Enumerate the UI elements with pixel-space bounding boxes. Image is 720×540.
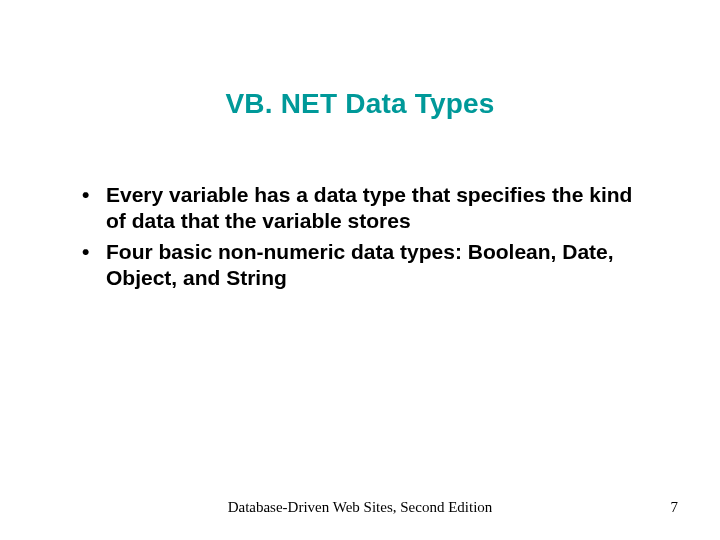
bullet-list: Every variable has a data type that spec… xyxy=(78,182,658,291)
slide: VB. NET Data Types Every variable has a … xyxy=(0,0,720,540)
bullet-item: Four basic non-numeric data types: Boole… xyxy=(78,239,658,292)
bullet-item: Every variable has a data type that spec… xyxy=(78,182,658,235)
page-number: 7 xyxy=(671,499,679,516)
footer-text: Database-Driven Web Sites, Second Editio… xyxy=(0,499,720,516)
slide-title: VB. NET Data Types xyxy=(0,88,720,120)
slide-body: Every variable has a data type that spec… xyxy=(78,182,658,295)
